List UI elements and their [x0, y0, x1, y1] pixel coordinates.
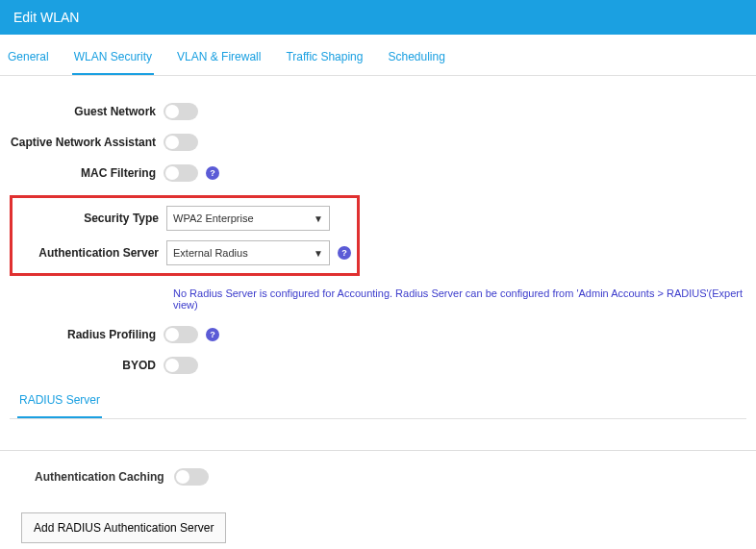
guest-network-label: Guest Network: [10, 105, 164, 118]
row-radius-profiling: Radius Profiling ?: [10, 326, 746, 343]
tab-scheduling[interactable]: Scheduling: [386, 44, 446, 75]
byod-label: BYOD: [10, 359, 164, 372]
guest-network-toggle[interactable]: [164, 103, 198, 120]
row-byod: BYOD: [10, 357, 746, 374]
section-divider: [0, 450, 756, 451]
security-type-value: WPA2 Enterprise: [173, 212, 254, 224]
captive-assistant-toggle[interactable]: [164, 134, 198, 151]
mac-filtering-label: MAC Filtering: [10, 166, 164, 180]
radius-subtabs: RADIUS Server: [10, 387, 746, 419]
security-type-label: Security Type: [18, 212, 166, 225]
auth-server-select[interactable]: External Radius ▼: [166, 240, 330, 265]
page-title: Edit WLAN: [13, 10, 79, 25]
tab-wlan-security[interactable]: WLAN Security: [72, 44, 154, 75]
radius-profiling-label: Radius Profiling: [10, 328, 164, 341]
tab-traffic-shaping[interactable]: Traffic Shaping: [284, 44, 365, 75]
subtab-radius-server[interactable]: RADIUS Server: [17, 387, 102, 418]
radius-notice: No Radius Server is configured for Accou…: [10, 287, 746, 311]
help-icon[interactable]: ?: [206, 166, 219, 180]
auth-caching-toggle[interactable]: [174, 468, 209, 486]
security-type-select[interactable]: WPA2 Enterprise ▼: [166, 206, 330, 231]
row-mac-filtering: MAC Filtering ?: [10, 164, 746, 182]
captive-assistant-label: Captive Network Assistant: [10, 136, 164, 149]
auth-caching-label: Authentication Caching: [35, 470, 164, 484]
radius-profiling-toggle[interactable]: [164, 326, 198, 343]
row-security-type: Security Type WPA2 Enterprise ▼: [18, 206, 351, 231]
row-auth-caching: Authentication Caching: [0, 468, 756, 486]
help-icon[interactable]: ?: [338, 246, 351, 260]
main-tabs: General WLAN Security VLAN & Firewall Tr…: [0, 35, 756, 76]
auth-server-label: Authentication Server: [18, 246, 166, 260]
tab-general[interactable]: General: [6, 44, 51, 75]
security-highlight-box: Security Type WPA2 Enterprise ▼ Authenti…: [10, 195, 360, 276]
chevron-down-icon: ▼: [314, 248, 323, 259]
auth-server-value: External Radius: [173, 247, 248, 259]
byod-toggle[interactable]: [164, 357, 198, 374]
row-guest-network: Guest Network: [10, 103, 746, 120]
row-auth-server: Authentication Server External Radius ▼ …: [18, 240, 351, 265]
chevron-down-icon: ▼: [314, 213, 323, 224]
form-area: Guest Network Captive Network Assistant …: [0, 76, 756, 429]
page-title-bar: Edit WLAN: [0, 0, 756, 35]
tab-vlan-firewall[interactable]: VLAN & Firewall: [175, 44, 263, 75]
add-radius-server-button[interactable]: Add RADIUS Authentication Server: [21, 512, 226, 543]
help-icon[interactable]: ?: [206, 328, 219, 341]
row-captive-assistant: Captive Network Assistant: [10, 134, 746, 151]
mac-filtering-toggle[interactable]: [164, 164, 198, 182]
